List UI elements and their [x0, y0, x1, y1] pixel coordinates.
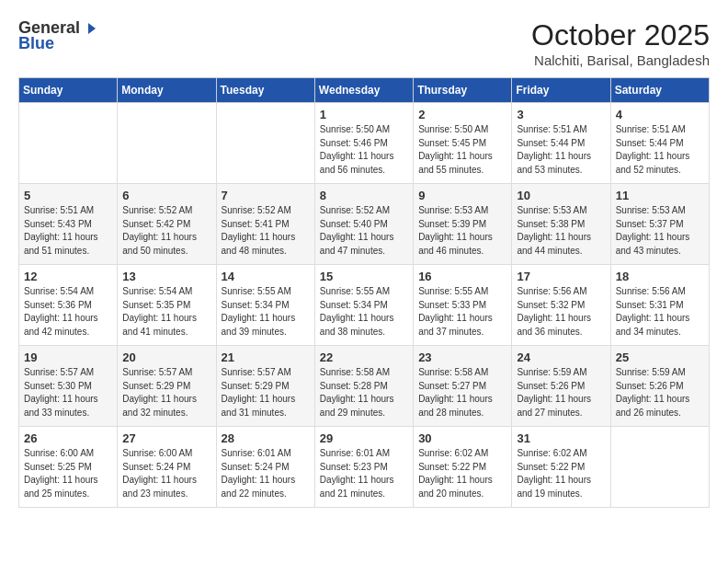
day-number: 9 — [418, 189, 506, 202]
cell-content: Sunrise: 5:55 AM Sunset: 5:34 PM Dayligh… — [320, 285, 408, 339]
calendar-cell: 16Sunrise: 5:55 AM Sunset: 5:33 PM Dayli… — [414, 265, 512, 346]
day-number: 25 — [616, 350, 704, 364]
calendar-week-row: 5Sunrise: 5:51 AM Sunset: 5:43 PM Daylig… — [19, 184, 710, 265]
cell-content: Sunrise: 5:54 AM Sunset: 5:35 PM Dayligh… — [122, 285, 210, 339]
calendar-cell: 7Sunrise: 5:52 AM Sunset: 5:41 PM Daylig… — [216, 184, 314, 265]
day-number: 24 — [517, 350, 605, 364]
logo-bird-icon — [81, 21, 96, 36]
cell-content: Sunrise: 5:50 AM Sunset: 5:45 PM Dayligh… — [418, 123, 506, 177]
calendar-cell: 4Sunrise: 5:51 AM Sunset: 5:44 PM Daylig… — [610, 103, 709, 184]
calendar-cell: 9Sunrise: 5:53 AM Sunset: 5:39 PM Daylig… — [414, 184, 512, 265]
cell-content: Sunrise: 5:57 AM Sunset: 5:29 PM Dayligh… — [122, 366, 210, 419]
calendar-cell: 19Sunrise: 5:57 AM Sunset: 5:30 PM Dayli… — [19, 346, 118, 427]
cell-content: Sunrise: 5:59 AM Sunset: 5:26 PM Dayligh… — [517, 366, 605, 419]
title-block: October 2025 Nalchiti, Barisal, Banglade… — [531, 18, 710, 68]
header-wednesday: Wednesday — [314, 78, 413, 103]
day-number: 3 — [517, 108, 605, 121]
cell-content: Sunrise: 5:52 AM Sunset: 5:42 PM Dayligh… — [122, 204, 210, 258]
calendar-cell: 2Sunrise: 5:50 AM Sunset: 5:45 PM Daylig… — [414, 103, 512, 184]
day-number: 7 — [222, 189, 310, 202]
day-number: 18 — [616, 270, 704, 283]
calendar-cell: 24Sunrise: 5:59 AM Sunset: 5:26 PM Dayli… — [512, 346, 610, 427]
day-number: 15 — [320, 270, 408, 283]
cell-content: Sunrise: 6:02 AM Sunset: 5:22 PM Dayligh… — [517, 447, 605, 500]
cell-content: Sunrise: 5:53 AM Sunset: 5:37 PM Dayligh… — [616, 204, 704, 258]
day-number: 31 — [517, 431, 605, 445]
logo: General Blue — [18, 18, 97, 53]
day-number: 8 — [320, 189, 408, 202]
day-number: 19 — [24, 350, 112, 364]
cell-content: Sunrise: 5:53 AM Sunset: 5:38 PM Dayligh… — [517, 204, 605, 258]
day-number: 29 — [320, 431, 408, 445]
cell-content: Sunrise: 5:51 AM Sunset: 5:43 PM Dayligh… — [24, 204, 112, 258]
calendar-cell: 15Sunrise: 5:55 AM Sunset: 5:34 PM Dayli… — [314, 265, 413, 346]
calendar-week-row: 19Sunrise: 5:57 AM Sunset: 5:30 PM Dayli… — [19, 346, 710, 427]
cell-content: Sunrise: 6:02 AM Sunset: 5:22 PM Dayligh… — [418, 447, 506, 500]
calendar-cell: 18Sunrise: 5:56 AM Sunset: 5:31 PM Dayli… — [610, 265, 709, 346]
calendar-cell — [216, 103, 314, 184]
cell-content: Sunrise: 5:50 AM Sunset: 5:46 PM Dayligh… — [320, 123, 408, 177]
day-number: 20 — [122, 350, 210, 364]
day-number: 12 — [24, 270, 112, 283]
cell-content: Sunrise: 5:56 AM Sunset: 5:32 PM Dayligh… — [517, 285, 605, 339]
day-number: 26 — [24, 431, 112, 445]
cell-content: Sunrise: 5:51 AM Sunset: 5:44 PM Dayligh… — [517, 123, 605, 177]
location: Nalchiti, Barisal, Bangladesh — [531, 52, 710, 68]
calendar-cell: 23Sunrise: 5:58 AM Sunset: 5:27 PM Dayli… — [414, 346, 512, 427]
day-number: 22 — [320, 350, 408, 364]
calendar-header-row: SundayMondayTuesdayWednesdayThursdayFrid… — [19, 78, 710, 103]
cell-content: Sunrise: 5:56 AM Sunset: 5:31 PM Dayligh… — [616, 285, 704, 339]
cell-content: Sunrise: 5:55 AM Sunset: 5:34 PM Dayligh… — [222, 285, 310, 339]
month-title: October 2025 — [531, 18, 710, 52]
calendar-cell: 8Sunrise: 5:52 AM Sunset: 5:40 PM Daylig… — [314, 184, 413, 265]
calendar-week-row: 1Sunrise: 5:50 AM Sunset: 5:46 PM Daylig… — [19, 103, 710, 184]
day-number: 16 — [418, 270, 506, 283]
day-number: 6 — [122, 189, 210, 202]
svg-marker-0 — [88, 23, 96, 34]
calendar-cell: 21Sunrise: 5:57 AM Sunset: 5:29 PM Dayli… — [216, 346, 314, 427]
day-number: 21 — [222, 350, 310, 364]
day-number: 10 — [517, 189, 605, 202]
calendar-cell: 31Sunrise: 6:02 AM Sunset: 5:22 PM Dayli… — [512, 427, 610, 508]
header-tuesday: Tuesday — [216, 78, 314, 103]
calendar-cell: 22Sunrise: 5:58 AM Sunset: 5:28 PM Dayli… — [314, 346, 413, 427]
day-number: 2 — [418, 108, 506, 121]
day-number: 28 — [222, 431, 310, 445]
calendar-cell — [19, 103, 118, 184]
day-number: 5 — [24, 189, 112, 202]
logo-blue: Blue — [18, 34, 54, 53]
cell-content: Sunrise: 6:00 AM Sunset: 5:24 PM Dayligh… — [122, 447, 210, 500]
calendar-cell: 11Sunrise: 5:53 AM Sunset: 5:37 PM Dayli… — [610, 184, 709, 265]
cell-content: Sunrise: 5:55 AM Sunset: 5:33 PM Dayligh… — [418, 285, 506, 339]
calendar-table: SundayMondayTuesdayWednesdayThursdayFrid… — [18, 77, 710, 508]
cell-content: Sunrise: 5:58 AM Sunset: 5:28 PM Dayligh… — [320, 366, 408, 419]
cell-content: Sunrise: 6:01 AM Sunset: 5:23 PM Dayligh… — [320, 447, 408, 500]
calendar-cell: 1Sunrise: 5:50 AM Sunset: 5:46 PM Daylig… — [314, 103, 413, 184]
day-number: 14 — [222, 270, 310, 283]
calendar-week-row: 12Sunrise: 5:54 AM Sunset: 5:36 PM Dayli… — [19, 265, 710, 346]
header-saturday: Saturday — [610, 78, 709, 103]
header-sunday: Sunday — [19, 78, 118, 103]
calendar-cell: 25Sunrise: 5:59 AM Sunset: 5:26 PM Dayli… — [610, 346, 709, 427]
calendar-cell: 30Sunrise: 6:02 AM Sunset: 5:22 PM Dayli… — [414, 427, 512, 508]
calendar-cell: 26Sunrise: 6:00 AM Sunset: 5:25 PM Dayli… — [19, 427, 118, 508]
calendar-cell: 12Sunrise: 5:54 AM Sunset: 5:36 PM Dayli… — [19, 265, 118, 346]
day-number: 1 — [320, 108, 408, 121]
day-number: 11 — [616, 189, 704, 202]
calendar-cell: 6Sunrise: 5:52 AM Sunset: 5:42 PM Daylig… — [118, 184, 216, 265]
calendar-cell: 13Sunrise: 5:54 AM Sunset: 5:35 PM Dayli… — [118, 265, 216, 346]
calendar-cell: 29Sunrise: 6:01 AM Sunset: 5:23 PM Dayli… — [314, 427, 413, 508]
cell-content: Sunrise: 5:58 AM Sunset: 5:27 PM Dayligh… — [418, 366, 506, 419]
header-friday: Friday — [512, 78, 610, 103]
header-monday: Monday — [118, 78, 216, 103]
calendar-cell: 10Sunrise: 5:53 AM Sunset: 5:38 PM Dayli… — [512, 184, 610, 265]
calendar-cell: 3Sunrise: 5:51 AM Sunset: 5:44 PM Daylig… — [512, 103, 610, 184]
cell-content: Sunrise: 5:57 AM Sunset: 5:30 PM Dayligh… — [24, 366, 112, 419]
cell-content: Sunrise: 5:57 AM Sunset: 5:29 PM Dayligh… — [222, 366, 310, 419]
day-number: 23 — [418, 350, 506, 364]
calendar-cell: 5Sunrise: 5:51 AM Sunset: 5:43 PM Daylig… — [19, 184, 118, 265]
header-thursday: Thursday — [414, 78, 512, 103]
calendar-cell: 14Sunrise: 5:55 AM Sunset: 5:34 PM Dayli… — [216, 265, 314, 346]
calendar-cell: 28Sunrise: 6:01 AM Sunset: 5:24 PM Dayli… — [216, 427, 314, 508]
cell-content: Sunrise: 5:53 AM Sunset: 5:39 PM Dayligh… — [418, 204, 506, 258]
